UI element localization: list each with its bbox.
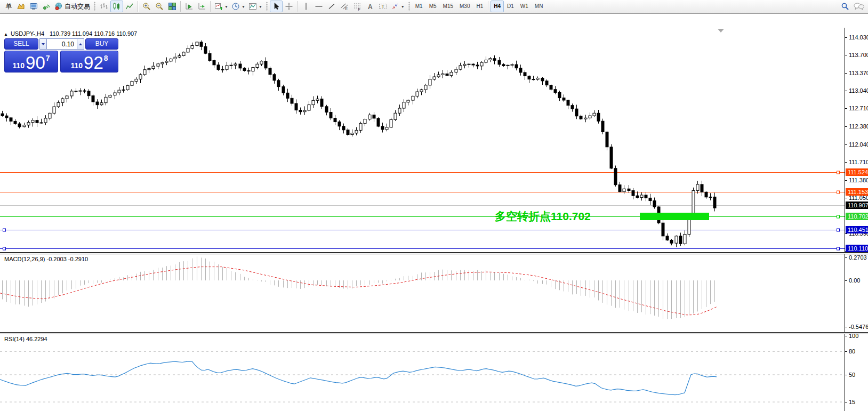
chart-title: ▲USDJPY-,H4110.739 111.094 110.716 110.9… — [4, 30, 137, 37]
rsi-indicator-label: RSI(14) 46.2294 — [4, 336, 47, 342]
chart-shift-marker-icon[interactable] — [718, 29, 724, 33]
toolbar-terminal-button[interactable] — [27, 1, 40, 12]
buy-price-prefix: 110 — [70, 62, 83, 70]
sell-button[interactable]: SELL — [4, 38, 38, 50]
toolbar-zoom-out-button[interactable] — [153, 1, 166, 12]
timeframe-w1[interactable]: W1 — [517, 1, 532, 12]
line-handle[interactable] — [3, 229, 6, 231]
line-handle[interactable] — [3, 247, 6, 250]
price-axis-tick — [845, 327, 847, 327]
toolbar-auto-scroll-button[interactable] — [183, 1, 196, 12]
down-arrow-icon — [42, 43, 45, 45]
toolbar-channel-button[interactable]: E — [338, 1, 351, 12]
toolbar-grip[interactable] — [266, 2, 268, 11]
timeframe-m5[interactable]: M5 — [426, 1, 440, 12]
toolbar-signals-button[interactable] — [40, 1, 53, 12]
terminal-icon — [29, 2, 38, 11]
toolbar-line-chart-button[interactable] — [123, 1, 136, 12]
periods-icon — [231, 2, 240, 11]
toolbar-chart-shift-button[interactable] — [196, 1, 208, 12]
line-chart-icon — [125, 2, 134, 11]
price-badge-111.153: 111.153 — [846, 188, 868, 196]
price-axis-tick-label: 111.380 — [849, 177, 868, 183]
toolbar-zoom-in-button[interactable] — [140, 1, 153, 12]
toolbar-bar-chart-button[interactable] — [98, 1, 110, 12]
main-chart-canvas[interactable] — [0, 28, 845, 252]
chart-annotation-text[interactable]: 多空转折点110.702 — [495, 209, 591, 224]
chart-symbol-period: USDJPY-,H4 — [11, 30, 44, 37]
timeframe-mn[interactable]: MN — [532, 1, 546, 12]
price-axis-tick — [845, 198, 847, 198]
toolbar-crosshair-button[interactable] — [283, 1, 295, 12]
macd-indicator-label: MACD(12,26,9) -0.2003 -0.2910 — [4, 256, 88, 262]
toolbar-autotrade-button[interactable]: 自动交易 — [53, 1, 92, 12]
toolbar-search-button[interactable] — [839, 1, 851, 12]
volume-stepper — [39, 38, 84, 50]
timeframe-m30[interactable]: M30 — [456, 1, 473, 12]
timeframe-h4[interactable]: H4 — [491, 1, 504, 12]
toolbar-cursor-button[interactable] — [270, 1, 283, 12]
toolbar-tile-windows-button[interactable] — [166, 1, 179, 12]
toolbar-trendline-button[interactable] — [325, 1, 338, 12]
line-handle[interactable] — [837, 191, 840, 194]
timeframe-d1[interactable]: D1 — [504, 1, 517, 12]
timeframe-m15[interactable]: M15 — [440, 1, 456, 12]
toolbar-grip[interactable] — [94, 2, 95, 11]
toolbar-indicators-button[interactable]: ▼ — [213, 1, 230, 12]
timeframe-m1[interactable]: M1 — [412, 1, 426, 12]
price-axis-tick-label: 0.2703 — [849, 254, 867, 261]
pane-separator-macd[interactable] — [0, 252, 868, 254]
dropdown-arrow-icon[interactable]: ▼ — [242, 5, 245, 9]
trendline-icon — [327, 2, 336, 11]
toolbar-periods-button[interactable]: ▼ — [230, 1, 247, 12]
line-handle[interactable] — [837, 247, 840, 250]
timeframe-h1[interactable]: H1 — [473, 1, 486, 12]
chart-window[interactable]: ▲USDJPY-,H4110.739 111.094 110.716 110.9… — [0, 13, 868, 411]
sell-price-button[interactable]: 110907 — [4, 51, 58, 72]
toolbar-arrows-button[interactable]: ▼ — [389, 1, 406, 12]
toolbar-chart-gold-button[interactable] — [14, 1, 27, 12]
toolbar-separator — [210, 1, 211, 12]
toolbar-grip[interactable] — [408, 2, 410, 11]
toolbar-fibonacci-button[interactable]: F — [351, 1, 364, 12]
price-axis[interactable]: 114.030113.700113.370113.040112.710112.3… — [845, 28, 868, 411]
channel-icon: E — [340, 2, 349, 11]
price-axis-tick-label: 113.040 — [849, 87, 868, 94]
highlight-zone-box[interactable] — [640, 213, 709, 220]
toolbar-new-order-button[interactable]: 单 — [2, 1, 14, 12]
toolbar-templates-button[interactable]: ▼ — [247, 1, 264, 12]
price-axis-tick-label: 112.040 — [849, 141, 868, 148]
toolbar-text-button[interactable]: A — [364, 1, 376, 12]
rsi-line — [0, 361, 717, 395]
toolbar-vline-button[interactable] — [300, 1, 312, 12]
macd-signal-line — [0, 267, 717, 315]
toolbar-chat-button[interactable] — [851, 1, 866, 12]
templates-icon — [248, 2, 257, 11]
dropdown-arrow-icon[interactable]: ▼ — [259, 5, 262, 9]
toolbar-right-icons — [839, 1, 866, 12]
price-axis-tick-label: 0.00 — [849, 277, 860, 284]
toolbar-text-label-button[interactable]: T — [376, 1, 389, 12]
line-handle[interactable] — [837, 215, 840, 218]
macd-pane-canvas[interactable] — [0, 254, 845, 332]
svg-text:F: F — [358, 7, 360, 11]
price-axis-tick — [845, 162, 847, 163]
toolbar-hline-button[interactable] — [312, 1, 325, 12]
line-handle[interactable] — [837, 171, 840, 174]
toolbar-candle-chart-button[interactable] — [110, 1, 123, 12]
rsi-pane-canvas[interactable] — [0, 334, 845, 411]
line-handle[interactable] — [837, 229, 840, 231]
horizontal-level-lines[interactable] — [0, 173, 845, 249]
buy-button[interactable]: BUY — [85, 38, 118, 50]
volume-input[interactable] — [47, 38, 77, 50]
buy-price-button[interactable]: 110928 — [60, 51, 118, 72]
trade-panel-top-row: SELL BUY — [4, 38, 119, 50]
pane-separator-rsi[interactable] — [0, 332, 868, 334]
trade-panel-price-row: 110907 110928 — [4, 51, 119, 72]
dropdown-arrow-icon[interactable]: ▼ — [224, 5, 228, 9]
volume-increase-button[interactable] — [77, 38, 84, 50]
volume-decrease-button[interactable] — [39, 38, 47, 50]
price-badge-110.702: 110.702 — [846, 213, 868, 220]
autotrade-label: 自动交易 — [65, 2, 90, 11]
dropdown-arrow-icon[interactable]: ▼ — [401, 5, 405, 9]
